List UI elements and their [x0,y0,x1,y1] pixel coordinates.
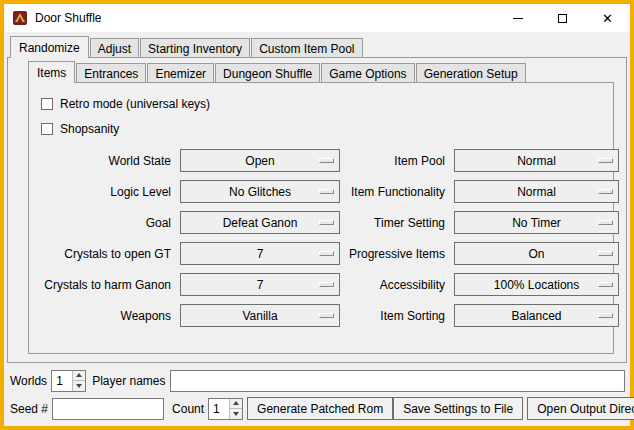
worlds-spin-down[interactable] [73,380,85,391]
tab-adjust[interactable]: Adjust [90,38,139,58]
world-state-label: World State [39,154,171,168]
count-spin-buttons [229,399,242,419]
logic-level-dropdown[interactable]: No Glitches [180,180,340,203]
logic-level-label: Logic Level [39,185,171,199]
worlds-input[interactable] [52,371,72,391]
weapons-label: Weapons [39,309,171,323]
dropdown-indicator-icon [598,282,613,287]
shopsanity-label: Shopsanity [60,122,119,136]
dropdown-indicator-icon [598,251,613,256]
worlds-label: Worlds [10,374,47,388]
titlebar: Door Shuffle ✕ [4,4,630,32]
shopsanity-checkbox[interactable] [41,123,53,135]
spin-down-icon [76,384,82,388]
world-state-value: Open [245,154,274,168]
dropdown-indicator-icon [319,189,334,194]
spin-up-icon [76,373,82,377]
progressive-items-dropdown[interactable]: On [454,242,619,265]
tab-custom-item-pool[interactable]: Custom Item Pool [251,38,362,58]
tab-game-options[interactable]: Game Options [321,63,414,83]
tab-entrances[interactable]: Entrances [76,63,146,83]
seed-input[interactable] [52,398,164,420]
item-sorting-value: Balanced [512,309,562,323]
item-sorting-label: Item Sorting [349,309,445,323]
crystals-open-gt-value: 7 [257,247,264,261]
world-state-dropdown[interactable]: Open [180,149,340,172]
dropdown-indicator-icon [319,158,334,163]
app-icon [12,10,28,26]
count-input[interactable] [209,399,229,419]
crystals-harm-ganon-dropdown[interactable]: 7 [180,273,340,296]
progressive-items-label: Progressive Items [349,247,445,261]
worlds-spin-up[interactable] [73,371,85,381]
spin-down-icon [233,412,239,416]
tab-items[interactable]: Items [28,61,75,83]
accessibility-value: 100% Locations [494,278,579,292]
count-label: Count [172,402,204,416]
option-grid: World State Open Item Pool Normal Logic … [39,149,603,327]
bottom-bar: Worlds Player names Seed # Count [4,363,630,426]
dropdown-indicator-icon [598,158,613,163]
goal-value: Defeat Ganon [223,216,298,230]
player-names-label: Player names [92,374,165,388]
dropdown-indicator-icon [319,251,334,256]
dropdown-indicator-icon [319,220,334,225]
progressive-items-value: On [529,247,545,261]
save-settings-button[interactable]: Save Settings to File [393,397,523,420]
worlds-row: Worlds Player names [10,369,625,392]
door-shuffle-window: Door Shuffle ✕ Randomize Adjust Starting… [0,0,634,430]
crystals-open-gt-label: Crystals to open GT [39,247,171,261]
retro-mode-row: Retro mode (universal keys) [39,91,603,116]
item-functionality-value: Normal [517,185,556,199]
dropdown-indicator-icon [319,313,334,318]
retro-mode-checkbox[interactable] [41,98,53,110]
item-functionality-label: Item Functionality [349,185,445,199]
open-output-directory-button[interactable]: Open Output Directory [527,397,634,420]
minimize-icon [513,18,523,19]
tab-dungeon-shuffle[interactable]: Dungeon Shuffle [215,63,320,83]
count-spinner[interactable] [208,398,243,420]
retro-mode-label: Retro mode (universal keys) [60,97,210,111]
inner-tab-bar: Items Entrances Enemizer Dungeon Shuffle… [8,58,626,82]
tab-starting-inventory[interactable]: Starting Inventory [140,38,250,58]
count-spin-up[interactable] [230,399,242,409]
dropdown-indicator-icon [319,282,334,287]
crystals-open-gt-dropdown[interactable]: 7 [180,242,340,265]
logic-level-value: No Glitches [229,185,291,199]
worlds-spin-buttons [72,371,85,391]
goal-dropdown[interactable]: Defeat Ganon [180,211,340,234]
item-sorting-dropdown[interactable]: Balanced [454,304,619,327]
randomize-pane: Items Entrances Enemizer Dungeon Shuffle… [7,57,627,363]
dropdown-indicator-icon [598,220,613,225]
timer-setting-value: No Timer [512,216,561,230]
worlds-spinner[interactable] [51,370,86,392]
close-button[interactable]: ✕ [585,4,630,32]
tab-enemizer[interactable]: Enemizer [147,63,214,83]
maximize-icon [558,14,567,23]
accessibility-dropdown[interactable]: 100% Locations [454,273,619,296]
shopsanity-row: Shopsanity [39,116,603,141]
count-spin-down[interactable] [230,408,242,419]
goal-label: Goal [39,216,171,230]
seed-label: Seed # [10,402,48,416]
maximize-button[interactable] [540,4,585,32]
items-pane: Retro mode (universal keys) Shopsanity W… [28,82,614,354]
item-pool-value: Normal [517,154,556,168]
minimize-button[interactable] [495,4,540,32]
item-functionality-dropdown[interactable]: Normal [454,180,619,203]
dropdown-indicator-icon [598,313,613,318]
timer-setting-dropdown[interactable]: No Timer [454,211,619,234]
item-pool-label: Item Pool [349,154,445,168]
accessibility-label: Accessibility [349,278,445,292]
crystals-harm-ganon-label: Crystals to harm Ganon [39,278,171,292]
generate-row: Seed # Count Generate Patched Rom Save S… [10,397,625,420]
window-title: Door Shuffle [35,11,102,25]
player-names-input[interactable] [170,370,626,392]
item-pool-dropdown[interactable]: Normal [454,149,619,172]
weapons-dropdown[interactable]: Vanilla [180,304,340,327]
generate-patched-rom-button[interactable]: Generate Patched Rom [247,397,393,420]
tab-generation-setup[interactable]: Generation Setup [416,63,526,83]
tab-randomize[interactable]: Randomize [10,36,89,58]
crystals-harm-ganon-value: 7 [257,278,264,292]
weapons-value: Vanilla [242,309,277,323]
